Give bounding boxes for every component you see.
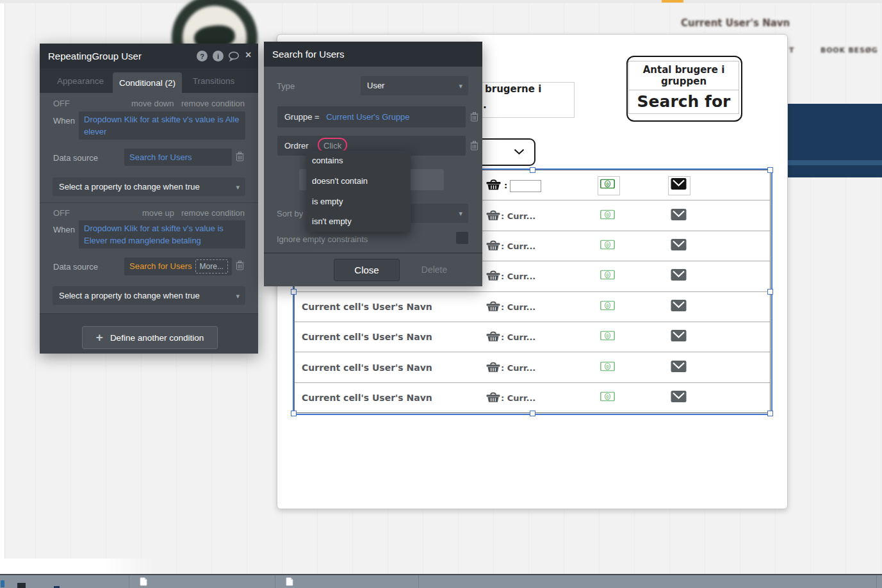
row-filter-input[interactable] bbox=[510, 180, 541, 192]
type-label: Type bbox=[277, 81, 295, 91]
sort-by-label: Sort by bbox=[277, 209, 303, 218]
move-down-link[interactable]: move down bbox=[131, 99, 174, 108]
orange-accent-bar bbox=[662, 0, 683, 3]
constraint-value[interactable]: Current User's Gruppe bbox=[326, 112, 409, 122]
property-editor-titlebar[interactable]: RepeatingGroup User ? i × bbox=[40, 44, 258, 69]
table-row[interactable]: Current cell's User's Navn: Curr...0 bbox=[295, 322, 770, 352]
search-popup-title: Search for Users bbox=[272, 42, 345, 67]
data-source-box[interactable]: Search for Users bbox=[124, 149, 232, 166]
constraint-row[interactable]: Gruppe = Current User's Gruppe bbox=[277, 106, 466, 127]
selection-handle[interactable] bbox=[530, 167, 535, 173]
money-icon: 0 bbox=[600, 331, 615, 343]
tab-bar: Appearance Conditional (2) Transitions bbox=[40, 69, 258, 93]
help-icon[interactable]: ? bbox=[197, 51, 208, 61]
info-icon[interactable]: i bbox=[213, 51, 224, 61]
info-text-line1: brugerne i bbox=[485, 83, 541, 95]
basket-icon bbox=[486, 177, 502, 193]
condition-off-toggle[interactable]: OFF bbox=[53, 208, 70, 218]
row-user-name: Current cell's User's Navn bbox=[302, 332, 432, 342]
money-icon: 0 bbox=[600, 391, 615, 404]
when-label: When bbox=[53, 225, 75, 234]
envelope-icon bbox=[671, 269, 687, 284]
selection-handle[interactable] bbox=[291, 411, 297, 416]
basket-icon bbox=[486, 238, 501, 253]
search-popup-titlebar[interactable]: Search for Users bbox=[264, 42, 482, 67]
data-source-expression[interactable]: Search for Users bbox=[129, 261, 192, 271]
menu-item-isnt-empty[interactable]: isn't empty bbox=[306, 211, 411, 232]
counter-value-cell: Search for bbox=[628, 89, 739, 114]
remove-condition-link[interactable]: remove condition bbox=[181, 99, 245, 108]
bubble-editor-canvas: Current User's Navn T BOOK BESØG brugern… bbox=[0, 0, 882, 588]
table-row[interactable]: Current cell's User's Navn: Curr...0 bbox=[295, 292, 770, 322]
menu-item-doesnt-contain[interactable]: doesn't contain bbox=[306, 171, 411, 192]
when-expression[interactable]: Dropdown Klik for at skifte v's value is… bbox=[79, 220, 245, 249]
basket-icon bbox=[486, 330, 501, 345]
close-icon[interactable]: × bbox=[245, 49, 251, 61]
svg-text:0: 0 bbox=[607, 273, 609, 277]
table-row[interactable]: Current cell's User's Navn: Curr...0 bbox=[295, 383, 770, 412]
type-select-value: User bbox=[361, 76, 468, 95]
property-select[interactable]: Select a property to change when true ▾ bbox=[53, 286, 245, 305]
navy-band-stripe bbox=[787, 160, 882, 165]
row-order-value: : Curr... bbox=[501, 241, 535, 250]
row-order-value: : Curr... bbox=[501, 211, 535, 220]
row-user-name: Current cell's User's Navn bbox=[302, 393, 432, 403]
selection-handle[interactable] bbox=[767, 167, 773, 173]
table-row[interactable]: Current cell's User's Navn: Curr...0 bbox=[295, 352, 770, 382]
tab-appearance[interactable]: Appearance bbox=[53, 69, 108, 93]
basket-icon bbox=[486, 390, 501, 405]
row-user-name: Current cell's User's Navn bbox=[302, 363, 432, 373]
info-text-line2: . bbox=[483, 99, 487, 111]
trash-icon[interactable] bbox=[236, 261, 244, 272]
selection-handle[interactable] bbox=[767, 289, 773, 295]
svg-text:0: 0 bbox=[607, 394, 609, 398]
document-icon[interactable] bbox=[140, 577, 147, 588]
tab-transitions[interactable]: Transitions bbox=[186, 69, 241, 93]
delete-button[interactable]: Delete bbox=[415, 259, 453, 280]
money-icon: 0 bbox=[600, 240, 615, 252]
page-footer-area bbox=[0, 559, 152, 574]
when-expression[interactable]: Dropdown Klik for at skifte v's value is… bbox=[79, 111, 245, 140]
envelope-icon bbox=[671, 360, 687, 375]
section-divider bbox=[40, 202, 258, 203]
taskbar-divider bbox=[876, 575, 877, 588]
money-icon: 0 bbox=[600, 300, 615, 313]
more-button[interactable]: More... bbox=[195, 259, 228, 274]
trash-icon[interactable] bbox=[470, 112, 478, 124]
taskbar-divider bbox=[275, 575, 275, 588]
trash-icon[interactable] bbox=[470, 141, 478, 152]
money-icon: 0 bbox=[600, 209, 615, 222]
constraint-field[interactable]: Gruppe = bbox=[284, 112, 320, 122]
data-source-expression[interactable]: Search for Users bbox=[124, 149, 232, 166]
ignore-empty-checkbox[interactable] bbox=[456, 232, 468, 244]
row-order-value: : Curr... bbox=[501, 272, 535, 281]
close-button[interactable]: Close bbox=[334, 259, 400, 281]
money-icon: 0 bbox=[600, 179, 615, 192]
property-editor-panel[interactable]: RepeatingGroup User ? i × Appearance Con… bbox=[40, 44, 258, 353]
menu-item-contains[interactable]: contains bbox=[306, 151, 411, 171]
svg-text:0: 0 bbox=[607, 212, 609, 216]
data-source-box[interactable]: Search for UsersMore... bbox=[124, 257, 232, 275]
envelope-icon bbox=[671, 208, 687, 223]
menu-item-is-empty[interactable]: is empty bbox=[306, 191, 411, 211]
condition-off-toggle[interactable]: OFF bbox=[53, 99, 70, 108]
tab-conditional[interactable]: Conditional (2) bbox=[113, 72, 182, 93]
basket-icon bbox=[486, 269, 501, 284]
document-icon[interactable] bbox=[286, 577, 293, 588]
taskbar[interactable] bbox=[0, 575, 882, 588]
selection-handle[interactable] bbox=[530, 411, 535, 416]
constraint-field[interactable]: Ordrer bbox=[284, 141, 309, 151]
move-up-link[interactable]: move up bbox=[142, 208, 174, 218]
type-select[interactable]: User ▾ bbox=[361, 76, 468, 95]
define-another-condition-button[interactable]: + Define another condition bbox=[82, 326, 218, 349]
taskbar-app-icon[interactable] bbox=[17, 583, 26, 588]
property-select[interactable]: Select a property to change when true ▾ bbox=[53, 177, 245, 196]
taskbar-divider bbox=[129, 575, 129, 588]
comment-icon[interactable] bbox=[228, 51, 240, 63]
trash-icon[interactable] bbox=[236, 152, 244, 163]
envelope-icon bbox=[671, 238, 687, 253]
selection-handle[interactable] bbox=[767, 411, 773, 416]
taskbar-app-icon[interactable] bbox=[1, 580, 4, 587]
selection-handle[interactable] bbox=[291, 289, 297, 295]
remove-condition-link[interactable]: remove condition bbox=[181, 208, 245, 218]
